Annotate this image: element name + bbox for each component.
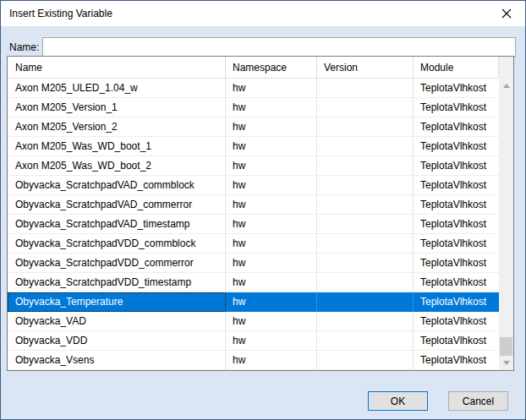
table-row[interactable]: Obyvacka_Temperature hw TeplotaVlhkost: [8, 292, 499, 312]
column-header-module[interactable]: Module: [414, 57, 499, 78]
row-name-cell: Axon M205_Was_WD_boot_2: [8, 156, 226, 176]
table-row[interactable]: Obyvacka_ScratchpadVDD_commblock hw Tepl…: [8, 234, 499, 254]
row-module-cell: TeplotaVlhkost: [414, 195, 499, 215]
row-name-cell: Axon M205_ULED_1.04_w: [8, 79, 226, 98]
row-module-cell: TeplotaVlhkost: [414, 176, 499, 195]
row-namespace-cell: hw: [226, 176, 317, 195]
row-version-cell: [317, 234, 414, 254]
row-module-cell: TeplotaVlhkost: [414, 254, 499, 273]
table-rows: Axon M205_ULED_1.04_w hw TeplotaVlhkost …: [8, 79, 499, 370]
scrollbar-down-button[interactable]: [499, 356, 513, 370]
table-row[interactable]: Axon M205_ULED_1.04_w hw TeplotaVlhkost: [8, 79, 499, 98]
scrollbar-up-button[interactable]: [499, 79, 513, 93]
cancel-button[interactable]: Cancel: [448, 391, 508, 411]
row-version-cell: [317, 292, 414, 312]
row-module-cell: TeplotaVlhkost: [414, 117, 499, 137]
row-namespace-cell: hw: [226, 292, 317, 312]
table-row[interactable]: Obyvacka_VDD hw TeplotaVlhkost: [8, 331, 499, 351]
row-module-cell: TeplotaVlhkost: [414, 292, 499, 312]
column-header-namespace[interactable]: Namespace: [226, 57, 317, 78]
row-name-cell: Axon M205_Was_WD_boot_1: [8, 137, 226, 156]
row-namespace-cell: hw: [226, 137, 317, 156]
row-version-cell: [317, 195, 414, 215]
row-name-cell: Obyvacka_ScratchpadVAD_timestamp: [8, 215, 226, 234]
table-header: Name Namespace Version Module: [8, 57, 499, 79]
dialog-title: Insert Existing Variable: [1, 8, 112, 19]
row-module-cell: TeplotaVlhkost: [414, 137, 499, 156]
row-module-cell: TeplotaVlhkost: [414, 234, 499, 254]
row-name-cell: Obyvacka_Temperature: [8, 292, 226, 312]
vertical-scrollbar[interactable]: [499, 57, 513, 370]
name-input[interactable]: [42, 37, 516, 57]
row-namespace-cell: hw: [226, 273, 317, 292]
row-version-cell: [317, 79, 414, 98]
row-name-cell: Obyvacka_ScratchpadVAD_commblock: [8, 176, 226, 195]
chevron-up-icon: [503, 84, 510, 88]
row-module-cell: TeplotaVlhkost: [414, 273, 499, 292]
row-module-cell: TeplotaVlhkost: [414, 98, 499, 117]
row-name-cell: Obyvacka_Vsens: [8, 351, 226, 370]
table-row[interactable]: Obyvacka_VAD hw TeplotaVlhkost: [8, 312, 499, 331]
row-module-cell: TeplotaVlhkost: [414, 156, 499, 176]
insert-existing-variable-dialog: Insert Existing Variable Name: Name Name…: [0, 0, 526, 420]
row-name-cell: Obyvacka_ScratchpadVDD_commerror: [8, 254, 226, 273]
titlebar: Insert Existing Variable: [1, 1, 525, 26]
close-button[interactable]: [487, 1, 525, 26]
row-namespace-cell: hw: [226, 98, 317, 117]
row-name-cell: Obyvacka_VDD: [8, 331, 226, 351]
row-namespace-cell: hw: [226, 156, 317, 176]
row-namespace-cell: hw: [226, 254, 317, 273]
row-namespace-cell: hw: [226, 117, 317, 137]
table-row[interactable]: Obyvacka_ScratchpadVAD_commerror hw Tepl…: [8, 195, 499, 215]
row-name-cell: Axon M205_Version_1: [8, 98, 226, 117]
table-row[interactable]: Axon M205_Version_2 hw TeplotaVlhkost: [8, 117, 499, 137]
scrollbar-thumb[interactable]: [500, 337, 512, 356]
row-version-cell: [317, 156, 414, 176]
row-version-cell: [317, 98, 414, 117]
row-version-cell: [317, 331, 414, 351]
table-row[interactable]: Obyvacka_ScratchpadVAD_commblock hw Tepl…: [8, 176, 499, 195]
row-module-cell: TeplotaVlhkost: [414, 79, 499, 98]
table-row[interactable]: Obyvacka_Vsens hw TeplotaVlhkost: [8, 351, 499, 370]
row-name-cell: Obyvacka_ScratchpadVDD_commblock: [8, 234, 226, 254]
row-version-cell: [317, 312, 414, 331]
row-namespace-cell: hw: [226, 312, 317, 331]
table-row[interactable]: Axon M205_Was_WD_boot_1 hw TeplotaVlhkos…: [8, 137, 499, 156]
row-version-cell: [317, 176, 414, 195]
row-version-cell: [317, 351, 414, 370]
row-namespace-cell: hw: [226, 79, 317, 98]
close-icon: [501, 8, 512, 19]
table-row[interactable]: Axon M205_Was_WD_boot_2 hw TeplotaVlhkos…: [8, 156, 499, 176]
row-version-cell: [317, 117, 414, 137]
row-module-cell: TeplotaVlhkost: [414, 331, 499, 351]
row-version-cell: [317, 137, 414, 156]
table-row[interactable]: Obyvacka_ScratchpadVDD_commerror hw Tepl…: [8, 254, 499, 273]
row-namespace-cell: hw: [226, 195, 317, 215]
row-name-cell: Axon M205_Version_2: [8, 117, 226, 137]
row-namespace-cell: hw: [226, 215, 317, 234]
chevron-down-icon: [503, 361, 510, 365]
row-name-cell: Obyvacka_ScratchpadVDD_timestamp: [8, 273, 226, 292]
column-header-name[interactable]: Name: [8, 57, 226, 78]
row-module-cell: TeplotaVlhkost: [414, 312, 499, 331]
row-name-cell: Obyvacka_VAD: [8, 312, 226, 331]
row-namespace-cell: hw: [226, 234, 317, 254]
row-version-cell: [317, 254, 414, 273]
row-namespace-cell: hw: [226, 351, 317, 370]
row-name-cell: Obyvacka_ScratchpadVAD_commerror: [8, 195, 226, 215]
table-row[interactable]: Axon M205_Version_1 hw TeplotaVlhkost: [8, 98, 499, 117]
name-label: Name:: [9, 38, 39, 57]
variables-table: Name Namespace Version Module Axon M205_…: [7, 56, 514, 371]
row-version-cell: [317, 215, 414, 234]
column-header-version[interactable]: Version: [317, 57, 414, 78]
row-module-cell: TeplotaVlhkost: [414, 215, 499, 234]
table-row[interactable]: Obyvacka_ScratchpadVDD_timestamp hw Tepl…: [8, 273, 499, 292]
row-namespace-cell: hw: [226, 331, 317, 351]
table-row[interactable]: Obyvacka_ScratchpadVAD_timestamp hw Tepl…: [8, 215, 499, 234]
ok-button[interactable]: OK: [368, 391, 428, 411]
row-module-cell: TeplotaVlhkost: [414, 351, 499, 370]
row-version-cell: [317, 273, 414, 292]
